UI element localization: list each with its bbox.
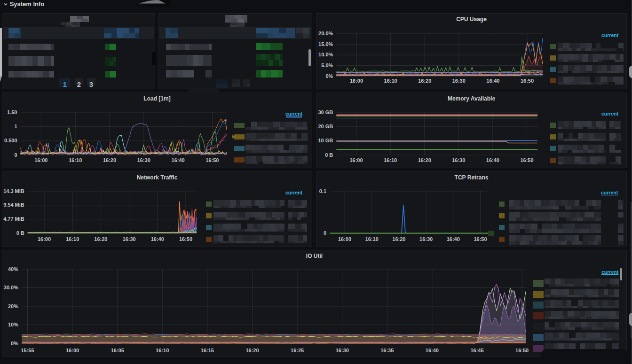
svg-text:16:00: 16:00	[349, 157, 363, 163]
svg-text:16:00: 16:00	[66, 348, 79, 353]
svg-text:16:50: 16:50	[515, 348, 529, 353]
svg-text:16:30: 16:30	[123, 236, 136, 242]
svg-text:5.0%: 5.0%	[321, 62, 333, 68]
svg-text:40%: 40%	[8, 266, 18, 272]
svg-text:30 GB: 30 GB	[318, 109, 333, 115]
svg-text:16:30: 16:30	[419, 236, 433, 242]
svg-text:16:50: 16:50	[521, 78, 534, 84]
svg-text:2: 2	[77, 80, 81, 88]
svg-text:16:25: 16:25	[291, 348, 304, 353]
svg-text:0: 0	[324, 230, 326, 236]
svg-text:16:40: 16:40	[486, 157, 499, 163]
svg-text:16:50: 16:50	[205, 157, 219, 163]
svg-text:16:20: 16:20	[418, 157, 431, 163]
svg-text:16:40: 16:40	[172, 157, 185, 163]
svg-text:3: 3	[89, 80, 93, 88]
svg-text:14.3 MiB: 14.3 MiB	[3, 188, 24, 194]
svg-text:16:30: 16:30	[137, 157, 150, 163]
svg-text:9.54 MiB: 9.54 MiB	[3, 202, 24, 208]
svg-text:20.0%: 20.0%	[318, 31, 333, 36]
svg-text:16:20: 16:20	[245, 348, 259, 353]
svg-text:0: 0	[14, 152, 17, 158]
svg-text:0.1: 0.1	[319, 188, 326, 194]
svg-text:16:20: 16:20	[94, 236, 107, 242]
svg-text:16:10: 16:10	[69, 157, 82, 163]
svg-text:16:10: 16:10	[365, 236, 379, 242]
svg-text:16:30: 16:30	[452, 78, 466, 84]
svg-text:15.0%: 15.0%	[318, 41, 333, 47]
svg-text:16:50: 16:50	[474, 236, 487, 242]
svg-text:16:20: 16:20	[418, 78, 431, 84]
svg-text:16:30: 16:30	[452, 157, 465, 163]
svg-text:1: 1	[63, 80, 67, 88]
svg-text:16:15: 16:15	[201, 348, 214, 353]
svg-text:16:40: 16:40	[486, 78, 499, 84]
svg-text:16:10: 16:10	[66, 236, 79, 242]
svg-text:16:10: 16:10	[384, 157, 397, 163]
svg-text:16:30: 16:30	[336, 348, 349, 353]
svg-text:16:20: 16:20	[392, 236, 405, 242]
svg-text:16:00: 16:00	[34, 157, 47, 163]
svg-text:0%: 0%	[11, 341, 18, 346]
svg-text:20%: 20%	[8, 303, 18, 309]
svg-text:0.500: 0.500	[4, 138, 17, 143]
svg-text:4.77 MiB: 4.77 MiB	[3, 216, 24, 222]
svg-text:16:00: 16:00	[338, 236, 351, 242]
svg-text:1.50: 1.50	[7, 109, 17, 115]
svg-text:16:35: 16:35	[380, 348, 394, 353]
svg-text:20 GB: 20 GB	[318, 124, 333, 129]
svg-text:30.0%: 30.0%	[4, 285, 18, 290]
svg-text:16:05: 16:05	[111, 348, 124, 353]
svg-text:16:00: 16:00	[38, 236, 51, 242]
svg-text:16:50: 16:50	[179, 236, 192, 242]
svg-text:10%: 10%	[8, 322, 18, 327]
svg-text:16:40: 16:40	[426, 348, 439, 353]
svg-text:16:50: 16:50	[520, 157, 533, 163]
svg-text:0 B: 0 B	[16, 230, 24, 236]
svg-text:0 B: 0 B	[325, 152, 333, 158]
svg-text:10.0%: 10.0%	[318, 52, 333, 57]
svg-text:16:45: 16:45	[470, 348, 483, 353]
svg-text:16:10: 16:10	[384, 78, 397, 84]
svg-text:16:40: 16:40	[447, 236, 460, 242]
svg-text:15:55: 15:55	[21, 348, 34, 353]
svg-text:16:20: 16:20	[103, 157, 116, 163]
svg-text:16:10: 16:10	[156, 348, 169, 353]
svg-text:1: 1	[14, 124, 17, 129]
svg-text:0%: 0%	[325, 73, 333, 79]
svg-text:16:40: 16:40	[151, 236, 164, 242]
svg-text:16:00: 16:00	[350, 78, 363, 84]
svg-text:10 GB: 10 GB	[318, 138, 333, 143]
